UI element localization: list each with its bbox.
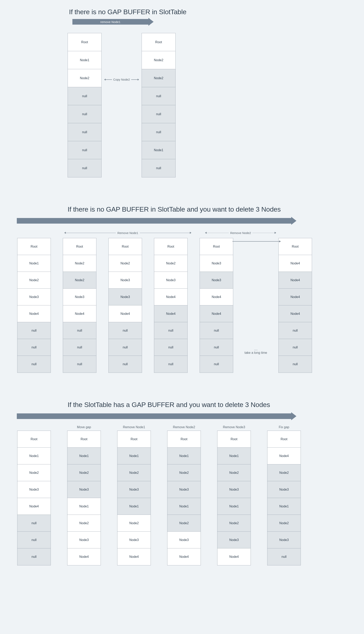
slot-cell: Node4 [218,548,250,565]
slot-cell: Node4 [200,306,233,322]
slot-cell: null [68,105,102,123]
column-header: Move gap [67,426,101,430]
slot-column: RootNode1Node2Node3Node1Node2Node3Node4 [117,430,151,566]
slot-cell: Node4 [18,498,50,515]
slot-cell: Node1 [68,498,100,515]
slot-cell: null [68,141,102,159]
slot-cell: null [68,87,102,105]
slot-cell: Node4 [278,255,312,272]
section-no-gap-simple: If there is no GAP BUFFER in SlotTable r… [0,8,364,178]
section-title: If there is no GAP BUFFER in SlotTable [69,8,364,16]
slot-cell: Root [18,431,50,448]
slot-cell: Node2 [168,515,200,532]
slot-cell: null [63,339,96,356]
slot-cell: null [108,339,142,356]
slot-cell: null [68,123,102,141]
slot-cell: Node1 [18,448,50,464]
slot-cell: Root [200,238,233,255]
slot-cell: Node1 [218,448,250,464]
slot-column: RootNode2Node3Node3Node4nullnullnull [108,238,142,373]
slot-cell: Node2 [108,255,142,272]
slot-column: RootNode1Node2Node3Node4nullnullnull [17,430,51,566]
slot-cell: Node3 [218,481,250,498]
slot-cell: Node2 [63,255,96,272]
slot-cell: Node3 [68,481,100,498]
arrow-right-icon [131,80,138,80]
slot-cell: Node3 [200,255,233,272]
slot-cell: Node3 [18,481,50,498]
slot-cell: Node1 [68,51,102,69]
slot-cell: null [18,339,50,356]
slot-cell: Node3 [154,272,188,288]
slot-cell: Node4 [278,306,312,322]
slot-cell: Node3 [118,532,150,548]
slot-cell: Node4 [118,548,150,565]
slot-cell: Node1 [268,498,300,515]
slot-cell: null [200,339,233,356]
slot-cell: Node3 [268,532,300,548]
slot-cell: null [200,322,233,339]
slot-cell: Node3 [268,481,300,498]
slot-cell: Node3 [18,288,50,306]
column-header: Remove Node1 [117,426,151,430]
slot-cell: null [63,322,96,339]
slot-cell: Root [68,431,100,448]
slot-column: RootNode4Node4Node4Node4nullnullnull [278,238,312,373]
slot-column-after: RootNode2Node2nullnullnullNode1null [142,33,176,178]
slot-cell: Node3 [63,288,96,306]
slot-cell: Node4 [278,272,312,288]
slot-cell: null [268,548,300,565]
slot-cell: Node2 [68,464,100,481]
slot-cell: null [154,356,188,372]
slot-cell: Root [278,238,312,255]
slot-cell: Node3 [168,481,200,498]
slot-cell: Node4 [63,306,96,322]
slot-cell: Node3 [200,272,233,288]
section-with-gap: If the SlotTable has a GAP BUFFER and yo… [0,401,364,566]
slot-cell: null [108,356,142,372]
column-headers: Move gapRemove Node1Remove Node2Remove N… [17,426,364,430]
slot-cell: Node3 [108,288,142,306]
slot-cell: null [278,339,312,356]
range-remove-node2: Remove Node2 [230,231,251,234]
slot-cell: Node1 [18,255,50,272]
slot-cell: Node2 [118,515,150,532]
slot-cell: Node4 [108,306,142,322]
slot-cell: null [68,159,102,177]
slot-cell: Node4 [68,548,100,565]
slot-cell: null [18,356,50,372]
section-title: If there is no GAP BUFFER in SlotTable a… [68,206,364,213]
slot-column: RootNode1Node2Node3Node1Node2Node3Node4 [167,430,201,566]
slot-column: RootNode3Node3Node4Node4nullnullnull [200,238,233,373]
slot-cell: Node2 [268,464,300,481]
copy-node2-label: Copy Node2 [102,78,142,81]
slot-cell: Node4 [200,288,233,306]
slot-cell: Root [154,238,188,255]
column-header: Remove Node3 [217,426,251,430]
slot-cell: null [154,339,188,356]
range-remove-node1: Remove Node1 [118,231,138,234]
slot-cell: Node3 [218,532,250,548]
slot-cell: Node2 [268,515,300,532]
slot-cell: Node2 [68,515,100,532]
slot-cell: Root [63,238,96,255]
slot-cell: Node2 [168,464,200,481]
slot-cell: null [142,105,176,123]
slot-cell: Node3 [68,532,100,548]
slot-cell: Node2 [142,69,176,87]
slot-cell: null [154,322,188,339]
column-header: Remove Node2 [167,426,201,430]
slot-cell: Root [218,431,250,448]
slot-cell: Node1 [142,141,176,159]
slot-cell: Node1 [168,498,200,515]
slot-cell: Node4 [154,306,188,322]
slot-cell: Node2 [18,464,50,481]
section-no-gap-three: If there is no GAP BUFFER in SlotTable a… [0,206,364,373]
slot-cell: Node2 [118,464,150,481]
slot-cell: Node4 [168,548,200,565]
slot-cell: null [278,322,312,339]
slot-cell: Node4 [18,306,50,322]
arrow-remove-node1: remove Node1 [0,19,364,24]
take-long-time-label: .... take a long time [233,238,278,373]
slot-cell: null [200,356,233,372]
